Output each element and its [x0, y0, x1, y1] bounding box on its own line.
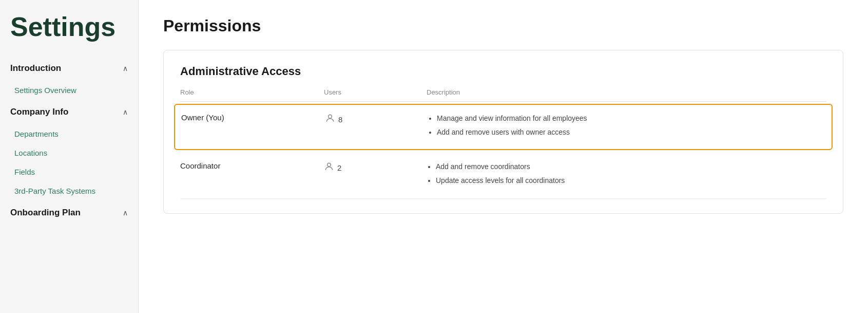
card-title: Administrative Access [180, 65, 826, 78]
table-header: Role Users Description [180, 88, 826, 102]
table-row-coordinator: Coordinator 2 Add and remove coordinator… [180, 152, 826, 199]
sidebar-item-settings-overview[interactable]: Settings Overview [0, 81, 138, 100]
role-cell-coordinator: Coordinator [180, 161, 324, 170]
users-count-coordinator: 2 [337, 163, 341, 172]
svg-point-0 [329, 115, 332, 118]
desc-item-2: Add and remove users with owner access [437, 127, 825, 138]
desc-coord-item-1: Add and remove coordinators [436, 161, 826, 172]
role-label-owner: Owner (You) [181, 113, 224, 122]
col-header-description: Description [427, 88, 826, 96]
users-count-owner: 8 [338, 115, 342, 124]
chevron-up-icon: ∧ [123, 64, 128, 72]
user-icon-owner [325, 113, 335, 126]
table-row-owner: Owner (You) 8 Manage and view informatio… [174, 104, 833, 150]
description-cell-coordinator: Add and remove coordinators Update acces… [427, 161, 826, 189]
sidebar-section-label-onboarding: Onboarding Plan [10, 208, 81, 218]
sidebar: Settings Introduction ∧ Settings Overvie… [0, 0, 139, 313]
page-title: Permissions [163, 16, 843, 35]
sidebar-section-introduction[interactable]: Introduction ∧ [0, 56, 138, 81]
user-icon-coordinator [324, 161, 334, 174]
chevron-up-icon-company: ∧ [123, 108, 128, 116]
sidebar-section-onboarding[interactable]: Onboarding Plan ∧ [0, 200, 138, 225]
desc-item-1: Manage and view information for all empl… [437, 113, 825, 124]
svg-point-1 [327, 163, 331, 167]
users-cell-owner: 8 [325, 113, 428, 126]
main-content: Permissions Administrative Access Role U… [139, 0, 868, 313]
col-header-role: Role [180, 88, 324, 96]
role-cell-owner: Owner (You) [181, 113, 325, 122]
permissions-card: Administrative Access Role Users Descrip… [163, 50, 843, 214]
users-cell-coordinator: 2 [324, 161, 427, 174]
sidebar-item-fields[interactable]: Fields [0, 162, 138, 181]
desc-coord-item-2: Update access levels for all coordinator… [436, 175, 826, 186]
col-header-users: Users [324, 88, 427, 96]
description-cell-owner: Manage and view information for all empl… [428, 113, 825, 141]
sidebar-section-company-info[interactable]: Company Info ∧ [0, 100, 138, 124]
sidebar-section-label-introduction: Introduction [10, 63, 61, 73]
sidebar-section-label-company-info: Company Info [10, 107, 68, 117]
sidebar-item-locations[interactable]: Locations [0, 143, 138, 162]
sidebar-item-third-party[interactable]: 3rd-Party Task Systems [0, 181, 138, 200]
role-label-coordinator: Coordinator [180, 161, 220, 170]
app-title: Settings [0, 12, 138, 56]
chevron-up-icon-onboarding: ∧ [123, 209, 128, 217]
sidebar-item-departments[interactable]: Departments [0, 124, 138, 143]
